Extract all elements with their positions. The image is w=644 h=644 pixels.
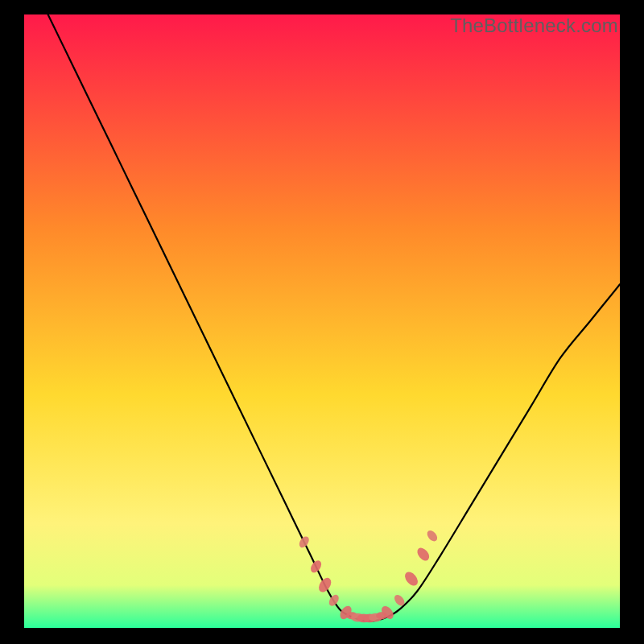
data-marker xyxy=(425,529,439,543)
data-marker xyxy=(316,576,334,594)
data-marker xyxy=(415,546,431,563)
data-marker xyxy=(402,569,420,588)
watermark-text: TheBottleneck.com xyxy=(450,14,618,37)
bottleneck-curve xyxy=(48,14,620,621)
chart-svg xyxy=(24,14,620,628)
data-marker xyxy=(327,593,341,608)
curve-group xyxy=(48,14,620,621)
marker-group xyxy=(297,529,439,623)
data-marker xyxy=(297,535,311,549)
data-marker xyxy=(308,559,323,575)
plot-area xyxy=(24,14,620,628)
outer-frame: TheBottleneck.com xyxy=(0,0,644,644)
